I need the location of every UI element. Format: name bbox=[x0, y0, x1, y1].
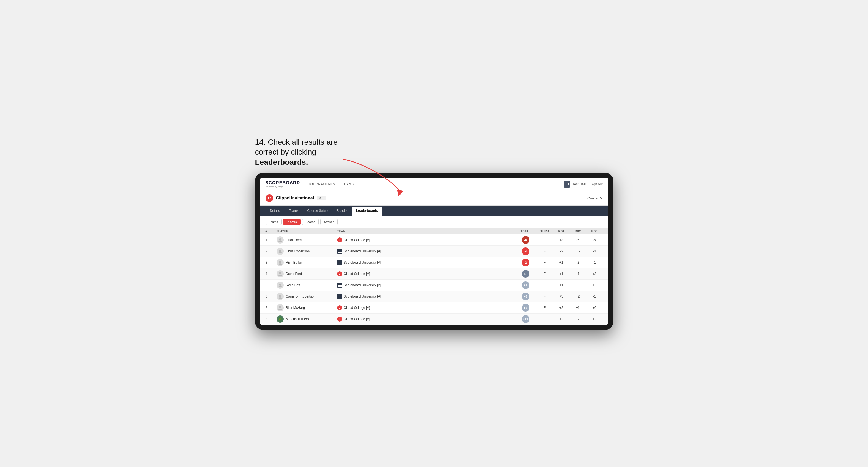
team-logo-clippd: C bbox=[337, 238, 342, 243]
team-cell: Scoreboard University [A] bbox=[337, 249, 515, 254]
player-avatar bbox=[277, 237, 284, 244]
thru-val: F bbox=[537, 306, 553, 310]
rd1-val: -5 bbox=[553, 249, 570, 253]
rd3-val: +6 bbox=[586, 306, 603, 310]
rd2-val: -2 bbox=[570, 261, 586, 264]
filter-teams-btn[interactable]: Teams bbox=[266, 219, 282, 225]
col-total: TOTAL bbox=[515, 229, 537, 233]
score-badge: +6 bbox=[522, 292, 529, 300]
svg-point-2 bbox=[279, 241, 282, 242]
player-cell: 🌿 Marcus Turners bbox=[277, 315, 337, 323]
nav-teams[interactable]: TEAMS bbox=[342, 181, 354, 187]
tournament-name: Clippd Invitational bbox=[276, 196, 314, 200]
instruction-bold-text: Leaderboards. bbox=[255, 158, 308, 166]
rd3-val: -1 bbox=[586, 294, 603, 299]
team-name: Scoreboard University [A] bbox=[344, 261, 381, 264]
team-cell: C Clippd College [A] bbox=[337, 317, 515, 321]
score-badge: E bbox=[522, 270, 529, 278]
tab-leaderboards[interactable]: Leaderboards bbox=[352, 207, 382, 216]
col-thru: THRU bbox=[537, 229, 553, 233]
player-cell: Chris Robertson bbox=[277, 248, 337, 255]
row-pos: 7 bbox=[266, 306, 277, 310]
rd2-val: +5 bbox=[570, 249, 586, 253]
thru-val: F bbox=[537, 283, 553, 287]
total-cell: -4 bbox=[515, 247, 537, 255]
rd3-val: -5 bbox=[586, 238, 603, 242]
svg-point-7 bbox=[279, 272, 281, 274]
team-name: Scoreboard University [A] bbox=[344, 283, 381, 287]
instruction-main-text: 14. Check all results are correct by cli… bbox=[255, 138, 338, 156]
leaderboard-table: 1 Elliot Ebert C Clippd College [A] -8 F… bbox=[260, 235, 608, 325]
rd3-val: +3 bbox=[586, 272, 603, 276]
table-row: 5 Rees Britt Scoreboard University [A] +… bbox=[260, 280, 608, 291]
tablet-frame: SCOREBOARD Powered by clippd TOURNAMENTS… bbox=[255, 173, 613, 330]
rd2-val: E bbox=[570, 283, 586, 287]
svg-point-9 bbox=[279, 283, 281, 286]
filter-scores-btn[interactable]: Scores bbox=[302, 219, 319, 225]
team-cell: Scoreboard University [A] bbox=[337, 294, 515, 299]
player-cell: Elliot Ebert bbox=[277, 237, 337, 244]
table-row: 6 Cameron Robertson Scoreboard Universit… bbox=[260, 291, 608, 302]
team-cell: Scoreboard University [A] bbox=[337, 260, 515, 265]
user-initials: TU bbox=[565, 183, 569, 186]
player-avatar: 🌿 bbox=[277, 315, 284, 323]
thru-val: F bbox=[537, 317, 553, 321]
row-pos: 2 bbox=[266, 249, 277, 253]
logo-area: SCOREBOARD Powered by clippd bbox=[266, 181, 300, 188]
row-pos: 5 bbox=[266, 283, 277, 287]
svg-point-1 bbox=[279, 238, 281, 241]
score-badge: +9 bbox=[522, 304, 529, 312]
tab-results[interactable]: Results bbox=[332, 206, 352, 216]
score-badge: -2 bbox=[522, 259, 529, 267]
row-pos: 8 bbox=[266, 317, 277, 321]
filter-players-btn[interactable]: Players bbox=[283, 219, 301, 225]
row-pos: 1 bbox=[266, 238, 277, 242]
col-pos: # bbox=[266, 229, 277, 233]
team-name: Clippd College [A] bbox=[344, 272, 370, 276]
tab-course-setup[interactable]: Course Setup bbox=[303, 206, 332, 216]
total-cell: -8 bbox=[515, 236, 537, 244]
table-row: 7 Blair McHarg C Clippd College [A] +9 F… bbox=[260, 302, 608, 314]
thru-val: F bbox=[537, 249, 553, 253]
player-avatar bbox=[277, 282, 284, 289]
rd1-val: +5 bbox=[553, 294, 570, 299]
table-header: # PLAYER TEAM TOTAL THRU RD1 RD2 RD3 bbox=[260, 228, 608, 235]
rd1-val: +2 bbox=[553, 306, 570, 310]
player-avatar bbox=[277, 304, 284, 311]
score-badge: +1 bbox=[522, 281, 529, 289]
player-avatar bbox=[277, 293, 284, 300]
player-cell: David Ford bbox=[277, 270, 337, 277]
nav-tournaments[interactable]: TOURNAMENTS bbox=[308, 181, 335, 187]
player-name: Rich Butler bbox=[286, 261, 302, 264]
col-team: TEAM bbox=[337, 229, 515, 233]
player-avatar bbox=[277, 270, 284, 277]
rd2-val: +2 bbox=[570, 294, 586, 299]
filter-strokes-btn[interactable]: Strokes bbox=[320, 219, 338, 225]
total-cell: +6 bbox=[515, 292, 537, 300]
player-avatar bbox=[277, 259, 284, 266]
team-name: Clippd College [A] bbox=[344, 317, 370, 321]
svg-point-8 bbox=[279, 275, 282, 276]
rd3-val: E bbox=[586, 283, 603, 287]
cancel-button[interactable]: Cancel ✕ bbox=[587, 196, 602, 200]
tablet-screen: SCOREBOARD Powered by clippd TOURNAMENTS… bbox=[260, 178, 608, 325]
total-cell: +11 bbox=[515, 315, 537, 323]
tab-details[interactable]: Details bbox=[266, 206, 284, 216]
rd1-val: +1 bbox=[553, 272, 570, 276]
svg-point-4 bbox=[279, 252, 282, 253]
sign-out-link[interactable]: Sign out bbox=[590, 182, 602, 186]
player-name: Blair McHarg bbox=[286, 306, 305, 310]
tab-teams[interactable]: Teams bbox=[284, 206, 303, 216]
player-name: Marcus Turners bbox=[286, 317, 309, 321]
table-row: 4 David Ford C Clippd College [A] E F +1… bbox=[260, 268, 608, 280]
svg-point-3 bbox=[279, 250, 281, 252]
team-logo-sb bbox=[337, 249, 342, 254]
team-name: Scoreboard University [A] bbox=[344, 249, 381, 253]
thru-val: F bbox=[537, 294, 553, 299]
table-row: 2 Chris Robertson Scoreboard University … bbox=[260, 246, 608, 257]
user-label: Test User | bbox=[572, 182, 588, 186]
team-logo-clippd: C bbox=[337, 305, 342, 310]
score-badge: -8 bbox=[522, 236, 529, 244]
logo-text: SCOREBOARD bbox=[266, 181, 300, 185]
team-logo-sb bbox=[337, 294, 342, 299]
